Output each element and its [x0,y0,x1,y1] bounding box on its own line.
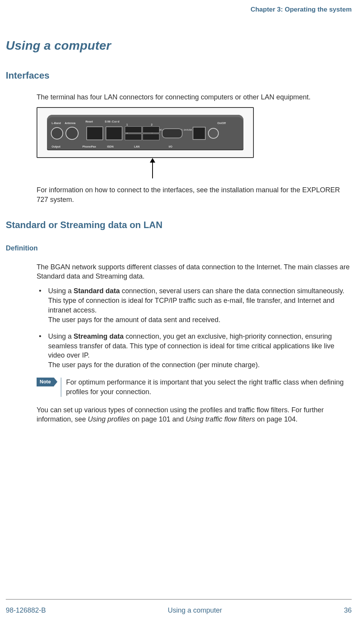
interfaces-intro: The terminal has four LAN connectors for… [37,92,352,102]
port-label-sim: SIM-Card [105,120,120,123]
note-callout: Note For optimum performance it is impor… [37,378,352,397]
device-body: L-Band Antenna Reset SIM-Card 1 2 3 4 DC… [47,115,243,150]
phonefax-port-icon [86,126,103,140]
port-label-lan: LAN [134,145,139,148]
bullet2-pre: Using a [48,333,74,340]
list-item: Using a Standard data connection, severa… [37,286,352,324]
bullet2-line2: The user pays for the duration of the co… [48,361,260,369]
port-label-antenna: Antenna [65,122,75,124]
chapter-header: Chapter 3: Operating the system [6,6,352,13]
streaming-body: The BGAN network supports different clas… [37,262,352,424]
after-note-paragraph: You can set up various types of connecti… [37,405,352,424]
arrow-line-icon [152,160,153,178]
port-label-phonefax: Phone/Fax [82,145,96,148]
footer-center: Using a computer [168,606,222,615]
port-label-2: 2 [151,123,153,126]
bullet1-line2: The user pays for the amount of data sen… [48,316,220,324]
note-text: For optimum performance it is important … [66,378,352,397]
isdn-port-icon [106,126,122,140]
arrow-indicator [37,158,252,179]
note-badge: Note [37,378,54,386]
page: Chapter 3: Operating the system Using a … [0,0,364,599]
device-figure: L-Band Antenna Reset SIM-Card 1 2 3 4 DC… [37,107,254,158]
page-footer: 98-126882-B Using a computer 36 [6,599,352,618]
list-item: Using a Streaming data connection, you g… [37,332,352,370]
port-label-lband: L-Band [52,122,61,124]
note-divider [61,378,62,397]
after-note-em2: Using traffic flow filters [186,415,255,423]
page-title: Using a computer [6,39,352,53]
port-label-reset: Reset [86,120,93,123]
serial-port-icon [162,128,183,138]
port-label-isdn: ISDN [107,145,114,148]
port-label-output: Output [52,145,60,148]
power-switch-icon [193,127,206,140]
lband-port-icon [51,127,63,139]
bullet1-pre: Using a [48,287,74,295]
bullet1-strong: Standard data [74,287,120,295]
lan-port-group [125,126,159,140]
port-label-onoff: On/Off [217,122,226,124]
streaming-intro: The BGAN network supports different clas… [37,262,352,281]
interfaces-after-figure: For information on how to connect to the… [37,185,352,204]
bullet2-strong: Streaming data [74,333,124,340]
interfaces-body: The terminal has four LAN connectors for… [37,92,352,204]
port-label-io: I/O [169,145,172,148]
ground-port-icon [208,128,219,139]
after-note-post: on page 104. [255,415,297,423]
after-note-mid1: on page 101 and [130,415,186,423]
port-label-1: 1 [126,123,128,126]
antenna-port-icon [65,127,79,140]
after-note-em1: Using profiles [88,415,130,423]
section-interfaces-heading: Interfaces [6,70,352,81]
bullet-list: Using a Standard data connection, severa… [37,286,352,370]
footer-page-number: 36 [344,606,352,615]
footer-doc-id: 98-126882-B [6,606,46,615]
subsection-definition: Definition [6,244,352,252]
section-streaming-heading: Standard or Streaming data on LAN [6,220,352,230]
